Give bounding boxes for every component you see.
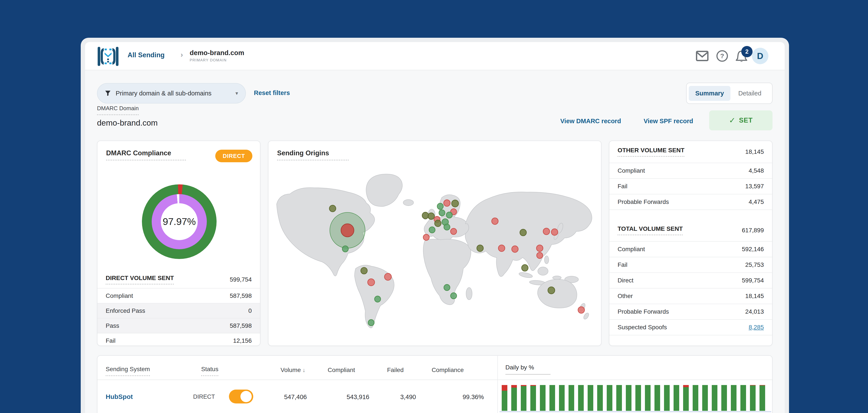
notification-badge[interactable]: 2 (741, 46, 752, 57)
daily-bar[interactable] (607, 385, 612, 411)
daily-compliance-bar-chart (502, 385, 769, 411)
origin-dot-red[interactable] (444, 200, 450, 206)
stats-row: Compliant587,598 (97, 288, 260, 303)
origin-dot-green[interactable] (368, 319, 374, 326)
col-header-volume[interactable]: Volume ↓ (273, 367, 305, 374)
origin-dot-olive[interactable] (422, 212, 429, 219)
daily-bar[interactable] (721, 385, 727, 411)
daily-bar[interactable] (683, 385, 689, 411)
col-header-sending-system[interactable]: Sending System (106, 366, 150, 376)
daily-bar[interactable] (540, 385, 546, 411)
origin-dot-red[interactable] (543, 228, 550, 235)
origin-dot-olive[interactable] (452, 200, 459, 207)
daily-bar[interactable] (636, 385, 641, 411)
page-title: demo-brand.com (190, 50, 244, 56)
col-header-failed[interactable]: Failed (371, 367, 404, 374)
origin-dot-red[interactable] (492, 218, 498, 224)
bar-chart-baseline (499, 411, 771, 412)
origin-dot-red[interactable] (536, 245, 543, 251)
daily-bar[interactable] (578, 385, 584, 411)
col-header-status[interactable]: Status (201, 366, 218, 376)
daily-bar[interactable] (626, 385, 631, 411)
origin-dot-olive[interactable] (522, 265, 528, 271)
daily-bar[interactable] (588, 385, 593, 411)
suspected-spoofs-link[interactable]: 8,285 (749, 324, 764, 330)
col-header-daily[interactable]: Daily by % (505, 364, 551, 375)
daily-bar[interactable] (530, 385, 536, 411)
daily-bar[interactable] (674, 385, 679, 411)
daily-bar[interactable] (731, 385, 737, 411)
daily-bar[interactable] (550, 385, 555, 411)
daily-bar[interactable] (740, 385, 746, 411)
daily-bar[interactable] (502, 385, 507, 411)
help-icon[interactable]: ? (716, 50, 728, 62)
view-dmarc-record-link[interactable]: View DMARC record (560, 118, 621, 125)
stats-header-row: DIRECT VOLUME SENT599,754 (97, 271, 260, 288)
volume-stats-row[interactable]: Suspected Spoofs8,285 (609, 319, 772, 335)
row-volume: 547,406 (264, 393, 307, 401)
origin-dot-olive[interactable] (330, 205, 336, 212)
mail-icon[interactable] (696, 51, 709, 61)
daily-bar[interactable] (616, 385, 622, 411)
daily-bar[interactable] (597, 385, 603, 411)
origin-dot-green[interactable] (444, 284, 450, 290)
donut-inner-ring: 97.97% (152, 194, 207, 249)
daily-bar[interactable] (712, 385, 717, 411)
col-header-compliance[interactable]: Compliance (420, 367, 464, 374)
big-origin-marker-center[interactable] (341, 224, 354, 237)
origin-dot-olive[interactable] (361, 267, 367, 274)
daily-bar[interactable] (750, 385, 755, 411)
origin-dot-red[interactable] (498, 245, 505, 251)
origin-dot-red[interactable] (384, 273, 392, 280)
daily-bar-fail-segment (502, 385, 507, 391)
world-map[interactable] (271, 166, 599, 342)
sending-origins-card: Sending Origins (268, 140, 601, 346)
origin-dot-green[interactable] (451, 293, 457, 299)
daily-bar[interactable] (645, 385, 651, 411)
origin-dot-red[interactable] (537, 252, 543, 258)
daily-bar[interactable] (693, 385, 698, 411)
breadcrumb-all-sending[interactable]: All Sending (128, 51, 165, 59)
origin-dot-olive[interactable] (520, 229, 526, 236)
daily-bar[interactable] (702, 385, 708, 411)
daily-bar[interactable] (664, 385, 670, 411)
avatar[interactable]: D (752, 48, 768, 64)
origin-dot-olive[interactable] (435, 220, 441, 227)
daily-bar-fail-segment (750, 385, 755, 385)
dmarc-compliance-card: DMARC Compliance DIRECT 97.97% DIRECT VO… (97, 140, 260, 346)
origin-dot-red[interactable] (423, 234, 429, 240)
origin-dot-red[interactable] (512, 246, 518, 252)
daily-bar[interactable] (559, 385, 565, 411)
origin-dot-green[interactable] (429, 227, 435, 233)
daily-bar[interactable] (760, 385, 765, 411)
daily-bar[interactable] (511, 385, 517, 411)
col-header-compliant[interactable]: Compliant (322, 367, 355, 374)
dmarc-set-badge[interactable]: ✓ SET (709, 110, 773, 130)
origin-dot-red[interactable] (451, 228, 457, 234)
row-failed: 3,490 (373, 393, 416, 401)
daily-bar[interactable] (521, 385, 526, 411)
domain-filter-dropdown[interactable]: Primary domain & all sub-domains ▾ (97, 83, 246, 103)
status-toggle[interactable] (229, 389, 253, 404)
tab-summary[interactable]: Summary (689, 86, 731, 101)
origin-dot-olive[interactable] (428, 213, 434, 219)
daily-bar[interactable] (654, 385, 660, 411)
origin-dot-red[interactable] (551, 229, 558, 235)
origin-dot-green[interactable] (342, 246, 348, 252)
origin-dot-red[interactable] (578, 307, 585, 313)
view-spf-record-link[interactable]: View SPF record (644, 118, 693, 125)
dmarcian-logo-icon[interactable] (97, 46, 119, 67)
origin-dot-green[interactable] (437, 203, 443, 209)
reset-filters-link[interactable]: Reset filters (254, 89, 290, 97)
origin-dot-green[interactable] (439, 210, 445, 216)
sending-system-link[interactable]: HubSpot (106, 393, 133, 401)
origin-dot-green[interactable] (444, 224, 450, 230)
volume-stats-sections: OTHER VOLUME SENT18,145Compliant4,548Fai… (609, 141, 772, 335)
tab-detailed[interactable]: Detailed (732, 86, 768, 101)
origin-dot-red[interactable] (368, 279, 375, 286)
origin-dot-olive[interactable] (548, 287, 555, 294)
origin-dot-green[interactable] (375, 296, 381, 302)
origin-dot-olive[interactable] (477, 245, 483, 251)
origin-dot-green[interactable] (446, 212, 453, 218)
daily-bar[interactable] (568, 385, 574, 411)
